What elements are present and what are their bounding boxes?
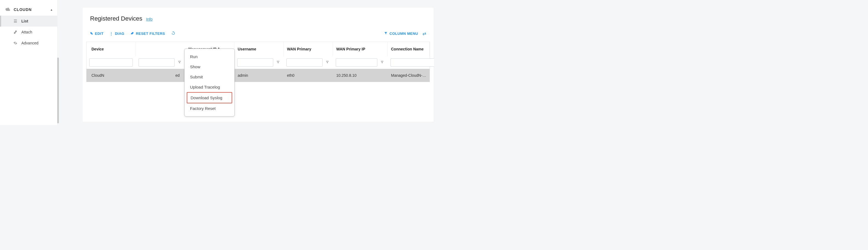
column-menu-label: COLUMN MENU <box>390 31 418 36</box>
sidebar-item-label: Advanced <box>21 41 38 45</box>
info-link[interactable]: Info <box>146 17 153 21</box>
sidebar: CLOUDN ▴ ☰ List Attach Advanced <box>0 0 58 125</box>
main-content: Registered Devices Info ✎ EDIT ⋮ DIAG RE… <box>58 0 434 125</box>
panel-registered-devices: Registered Devices Info ✎ EDIT ⋮ DIAG RE… <box>82 7 434 122</box>
col-wan-primary[interactable]: WAN Primary <box>284 42 333 56</box>
col-connection-name[interactable]: Connection Name <box>388 42 430 56</box>
filter-icon[interactable] <box>325 59 330 65</box>
cell-username: admin <box>235 69 284 82</box>
col-wan-primary-ip[interactable]: WAN Primary IP <box>333 42 388 56</box>
table-header-row: Device Management IP A… Username WAN Pri… <box>87 42 430 56</box>
menu-dots-icon: ⋮ <box>110 31 113 36</box>
cell-wan-primary: eth0 <box>284 69 333 82</box>
col-device[interactable]: Device <box>87 42 136 56</box>
sidebar-section-cloudn[interactable]: CLOUDN ▴ <box>0 0 57 16</box>
link-icon <box>13 30 18 34</box>
eraser-icon <box>130 31 134 36</box>
filter-icon[interactable] <box>379 59 385 65</box>
table-row[interactable]: CloudN ed 10.152.0.56 admin eth0 10.250.… <box>87 69 430 82</box>
diag-label: DIAG <box>115 31 125 36</box>
table-filter-row <box>87 56 430 69</box>
diag-item-run[interactable]: Run <box>187 52 232 62</box>
edit-label: EDIT <box>95 31 104 36</box>
sidebar-item-advanced[interactable]: Advanced <box>0 37 57 49</box>
gear-icon <box>13 41 18 45</box>
sidebar-item-attach[interactable]: Attach <box>0 27 57 37</box>
diag-menu: Run Show Submit Upload Tracelog Download… <box>184 49 235 116</box>
diag-button[interactable]: ⋮ DIAG <box>110 31 124 36</box>
edit-button[interactable]: ✎ EDIT <box>90 31 103 36</box>
reset-label: RESET FILTERS <box>136 31 165 36</box>
list-icon: ☰ <box>13 19 18 23</box>
col-username[interactable]: Username <box>235 42 284 56</box>
filter-col2[interactable] <box>138 58 175 66</box>
toolbar: ✎ EDIT ⋮ DIAG RESET FILTERS <box>83 28 434 40</box>
diag-item-factory-reset[interactable]: Factory Reset <box>187 103 232 113</box>
cell-device: CloudN <box>87 69 136 82</box>
filter-icon[interactable] <box>275 59 281 65</box>
cell-connection-name: Managed-CloudN-t… <box>388 69 430 82</box>
device-table: Device Management IP A… Username WAN Pri… <box>86 42 430 82</box>
filter-device[interactable] <box>89 58 133 66</box>
filter-wan-primary-ip[interactable] <box>336 58 377 66</box>
refresh-icon <box>171 31 176 36</box>
refresh-button[interactable] <box>171 31 176 36</box>
filter-icon[interactable] <box>177 59 182 65</box>
diag-item-show[interactable]: Show <box>187 62 232 72</box>
sidebar-item-label: Attach <box>21 30 32 34</box>
filter-wan-primary[interactable] <box>286 58 322 66</box>
page-title: Registered Devices <box>90 15 143 22</box>
swap-columns-button[interactable]: ⇄ <box>423 31 426 36</box>
diag-item-submit[interactable]: Submit <box>187 72 232 82</box>
sidebar-section-title: CLOUDN <box>14 7 48 12</box>
diag-item-download-syslog[interactable]: Download Syslog <box>187 92 232 103</box>
diag-item-upload-tracelog[interactable]: Upload Tracelog <box>187 82 232 92</box>
filter-username[interactable] <box>237 58 273 66</box>
chevron-up-icon: ▴ <box>51 8 52 11</box>
column-menu-button[interactable]: COLUMN MENU <box>384 31 418 36</box>
cloud-icon <box>5 7 10 12</box>
filter-connection-name[interactable] <box>391 58 434 66</box>
panel-header: Registered Devices Info <box>83 15 434 28</box>
pencil-icon: ✎ <box>90 31 93 36</box>
reset-filters-button[interactable]: RESET FILTERS <box>130 31 165 36</box>
sidebar-item-list[interactable]: ☰ List <box>0 16 57 27</box>
cell-col2: ed <box>136 69 185 82</box>
funnel-icon <box>384 31 388 36</box>
cell-wan-primary-ip: 10.250.8.10 <box>333 69 388 82</box>
sidebar-item-label: List <box>21 19 28 23</box>
